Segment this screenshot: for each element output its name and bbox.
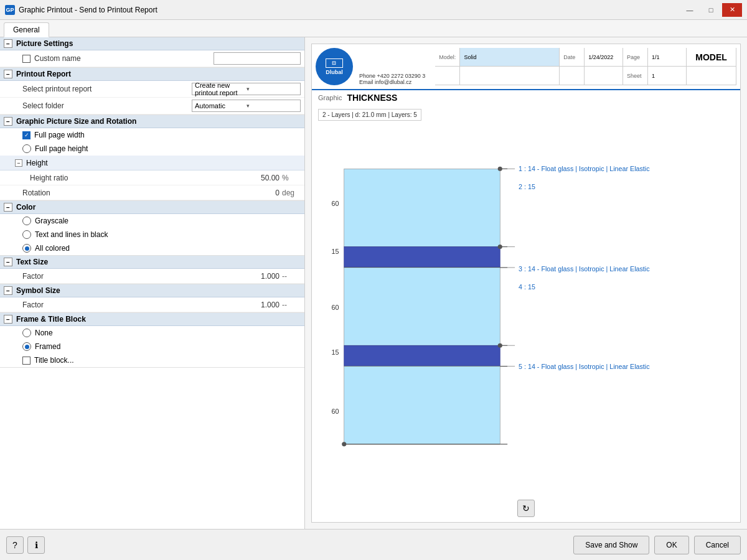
height-ratio-label: Height ratio — [30, 174, 207, 182]
rotation-unit: deg — [282, 189, 301, 197]
section-frame-title-header[interactable]: − Frame & Title Block — [0, 313, 304, 326]
model-label: Model: — [435, 48, 460, 66]
window-title: Graphic Printout - Send to Printout Repo… — [19, 6, 680, 14]
section-picture-settings-header[interactable]: − Picture Settings — [0, 37, 304, 50]
svg-rect-6 — [344, 247, 500, 268]
section-symbol-size-header[interactable]: − Symbol Size — [0, 284, 304, 297]
preview-bottom: ↻ — [312, 495, 740, 522]
framed-label: Framed — [35, 342, 60, 351]
collapse-printout-icon[interactable]: − — [4, 70, 12, 78]
frame-title-body: None Framed Title block... — [0, 326, 304, 367]
collapse-frame-icon[interactable]: − — [4, 315, 12, 324]
dlubal-logo: ⊡ Dlubal — [316, 48, 353, 85]
custom-name-label: Custom name — [34, 54, 214, 63]
section-graphic-size-header[interactable]: − Graphic Picture Size and Rotation — [0, 115, 304, 128]
meta-table: Model: Solid Date 1/24/2022 Page 1/1 MOD… — [435, 48, 736, 85]
full-page-width-label: Full page width — [34, 131, 85, 139]
email-text: Email info@dlubal.cz — [359, 79, 425, 85]
custom-name-input[interactable] — [214, 52, 301, 65]
none-radio[interactable] — [22, 329, 31, 337]
date-label: Date — [560, 48, 585, 66]
left-panel: − Picture Settings Custom name − Printou… — [0, 37, 305, 529]
grayscale-label: Grayscale — [35, 217, 68, 225]
title-bar: GP Graphic Printout - Send to Printout R… — [0, 0, 747, 20]
section-text-size: − Text Size Factor 1.000 -- — [0, 256, 304, 284]
section-picture-settings: − Picture Settings Custom name — [0, 37, 304, 68]
section-frame-title: − Frame & Title Block None Framed Title … — [0, 313, 304, 368]
svg-point-21 — [498, 167, 502, 171]
none-label: None — [35, 329, 53, 337]
section-printout-header[interactable]: − Printout Report — [0, 68, 304, 81]
date-value: 1/24/2022 — [585, 48, 623, 66]
section-color: − Color Grayscale Text and lines in blac… — [0, 201, 304, 256]
svg-text:15: 15 — [331, 248, 339, 256]
title-block-checkbox[interactable] — [22, 357, 31, 365]
collapse-height-icon[interactable]: − — [15, 159, 22, 167]
close-button[interactable]: ✕ — [722, 3, 742, 17]
maximize-button[interactable]: □ — [701, 3, 721, 17]
section-printout-report: − Printout Report Select printout report… — [0, 68, 304, 115]
text-size-body: Factor 1.000 -- — [0, 269, 304, 284]
height-subsection-header[interactable]: − Height — [0, 156, 304, 170]
printout-report-dropdown[interactable]: Create new printout report ▾ — [192, 83, 301, 95]
all-colored-radio[interactable] — [22, 244, 31, 253]
framed-radio[interactable] — [22, 342, 31, 351]
symbol-size-body: Factor 1.000 -- — [0, 297, 304, 312]
main-content: − Picture Settings Custom name − Printou… — [0, 37, 747, 529]
cancel-button[interactable]: Cancel — [694, 536, 741, 554]
sheet-label: Sheet — [623, 67, 648, 85]
app-icon: GP — [5, 5, 15, 15]
section-graphic-size: − Graphic Picture Size and Rotation Full… — [0, 115, 304, 201]
svg-rect-5 — [344, 169, 500, 246]
contact-info: Phone +420 2272 03290 3 Email info@dluba… — [359, 48, 425, 85]
diagram-area: 2 - Layers | d: 21.0 mm | Layers: 5 60 1… — [312, 105, 740, 495]
select-printout-row: Select printout report Create new printo… — [0, 81, 304, 98]
graphic-size-body: Full page width Full page height − Heigh… — [0, 128, 304, 200]
text-lines-black-radio[interactable] — [22, 230, 31, 239]
title-block-row: Title block... — [0, 353, 304, 367]
save-and-show-button[interactable]: Save and Show — [573, 536, 649, 554]
svg-rect-9 — [344, 345, 500, 366]
diagram-title: THICKNESS — [347, 93, 398, 103]
collapse-picture-icon[interactable]: − — [4, 39, 12, 48]
text-lines-black-label: Text and lines in black — [35, 230, 108, 239]
section-text-size-header[interactable]: − Text Size — [0, 256, 304, 269]
bottom-bar: ? ℹ Save and Show OK Cancel — [0, 529, 747, 560]
svg-text:2 : 15: 2 : 15 — [519, 183, 535, 190]
thickness-diagram-svg: 60 15 60 15 60 — [318, 124, 734, 488]
ok-button[interactable]: OK — [654, 536, 688, 554]
collapse-textsize-icon[interactable]: − — [4, 258, 12, 266]
info-icon-button[interactable]: ℹ — [27, 536, 45, 554]
collapse-symbolsize-icon[interactable]: − — [4, 286, 12, 295]
text-factor-value: 1.000 — [207, 272, 282, 281]
collapse-color-icon[interactable]: − — [4, 203, 12, 212]
rotation-row: Rotation 0 deg — [0, 185, 304, 200]
collapse-size-icon[interactable]: − — [4, 117, 12, 126]
phone-text: Phone +420 2272 03290 3 — [359, 73, 425, 79]
svg-rect-8 — [344, 268, 500, 345]
section-title: MODEL — [687, 48, 736, 66]
symbol-factor-label: Factor — [22, 301, 207, 309]
dropdown-arrow-icon: ▾ — [247, 86, 298, 92]
full-page-height-label: Full page height — [35, 144, 88, 153]
symbol-factor-row: Factor 1.000 -- — [0, 297, 304, 312]
svg-text:60: 60 — [331, 304, 339, 311]
svg-rect-11 — [344, 366, 500, 444]
help-icon-button[interactable]: ? — [6, 536, 24, 554]
section-color-header[interactable]: − Color — [0, 201, 304, 214]
minimize-button[interactable]: — — [680, 3, 700, 17]
custom-name-checkbox[interactable] — [22, 55, 31, 63]
bottom-icons: ? ℹ — [6, 536, 45, 554]
graphic-label: Graphic — [318, 94, 342, 101]
page-value: 1/1 — [648, 48, 687, 66]
tab-general[interactable]: General — [4, 22, 49, 37]
text-factor-row: Factor 1.000 -- — [0, 269, 304, 284]
svg-text:4 : 15: 4 : 15 — [519, 283, 535, 291]
height-ratio-unit: % — [282, 174, 301, 182]
select-folder-label: Select folder — [22, 101, 192, 110]
full-page-height-radio[interactable] — [22, 144, 31, 153]
refresh-button[interactable]: ↻ — [517, 500, 535, 517]
grayscale-radio[interactable] — [22, 217, 31, 225]
full-page-width-checkbox[interactable] — [22, 131, 31, 139]
folder-dropdown[interactable]: Automatic ▾ — [192, 100, 301, 112]
